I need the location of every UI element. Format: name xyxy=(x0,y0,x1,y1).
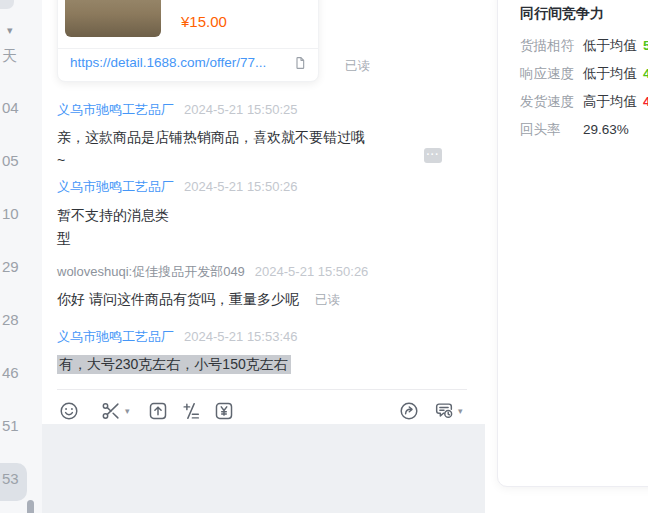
read-receipt: 已读 xyxy=(345,58,370,75)
message-time: 2024-5-21 15:50:26 xyxy=(184,179,297,194)
sidebar-item-time[interactable]: 04 xyxy=(2,100,19,115)
metric-row: 发货速度高于均值4.1 xyxy=(520,93,648,111)
metric-value: 5.3 xyxy=(643,38,648,53)
metric-value: 4.1 xyxy=(643,66,648,81)
chat-message: 义乌市驰鸣工艺品厂2024-5-21 15:53:46 有，大号230克左右，小… xyxy=(57,328,297,376)
chevron-down-icon[interactable]: ▾ xyxy=(7,24,13,37)
quote-icon[interactable] xyxy=(180,400,202,422)
message-text-inner: 你好 请问这件商品有货吗，重量多少呢 xyxy=(57,291,299,307)
chat-message: woloveshuqi:促佳搜品开发部0492024-5-21 15:50:26… xyxy=(57,263,368,312)
metric-label: 回头率 xyxy=(520,121,583,139)
sidebar-item-time[interactable]: 29 xyxy=(2,259,19,274)
payment-icon[interactable] xyxy=(213,400,235,422)
message-time: 2024-5-21 15:50:25 xyxy=(184,102,297,117)
sidebar-item-time[interactable]: 10 xyxy=(2,206,19,221)
chat-history-icon[interactable] xyxy=(433,400,455,422)
sender-name[interactable]: woloveshuqi:促佳搜品开发部049 xyxy=(57,264,245,279)
panel-title: 同行间竞争力 xyxy=(520,5,604,23)
chevron-down-icon[interactable]: ▾ xyxy=(458,406,463,416)
read-receipt: 已读 xyxy=(315,293,340,307)
sender-name[interactable]: 义乌市驰鸣工艺品厂 xyxy=(57,102,174,117)
metric-status: 低于均值 xyxy=(583,38,637,53)
forward-icon[interactable] xyxy=(398,400,420,422)
sidebar-selected-item-partial xyxy=(0,0,14,9)
timeline-sidebar: ▾ 天 04 05 10 29 28 46 51 53 xyxy=(0,0,42,513)
product-price: ¥15.00 xyxy=(181,13,227,30)
chat-message: 义乌市驰鸣工艺品厂2024-5-21 15:50:25 亲，这款商品是店铺热销商… xyxy=(57,101,365,172)
chevron-down-icon[interactable]: ▾ xyxy=(125,406,130,416)
sidebar-item-time[interactable]: 天 xyxy=(2,48,17,63)
screenshot-scissors-icon[interactable] xyxy=(100,400,122,422)
product-photo[interactable] xyxy=(65,0,161,37)
product-link[interactable]: https://detail.1688.com/offer/77... xyxy=(70,55,285,70)
chat-message: 义乌市驰鸣工艺品厂2024-5-21 15:50:26 暂不支持的消息类 型 xyxy=(57,178,297,250)
metric-row: 回头率29.63% xyxy=(520,121,629,139)
app-window: { "sidebar": { "filter_caret": "▾", "ite… xyxy=(0,0,648,513)
sidebar-item-time[interactable]: 05 xyxy=(2,153,19,168)
card-divider xyxy=(58,48,318,49)
emoji-icon[interactable] xyxy=(58,400,80,422)
message-input-area[interactable] xyxy=(42,424,485,513)
sidebar-item-time-selected[interactable]: 53 xyxy=(2,471,19,486)
sidebar-item-time[interactable]: 51 xyxy=(2,418,19,433)
metric-label: 货描相符 xyxy=(520,37,583,55)
copy-link-icon[interactable] xyxy=(292,55,308,71)
metric-label: 响应速度 xyxy=(520,65,583,83)
metric-label: 发货速度 xyxy=(520,93,583,111)
metric-value: 4.1 xyxy=(643,94,648,109)
metric-row: 货描相符低于均值5.3 xyxy=(520,37,648,55)
message-time: 2024-5-21 15:50:26 xyxy=(255,264,368,279)
selected-message-text: 有，大号230克左右，小号150克左右 xyxy=(57,355,291,374)
sender-name[interactable]: 义乌市驰鸣工艺品厂 xyxy=(57,329,174,344)
message-text: 亲，这款商品是店铺热销商品，喜欢就不要错过哦 ~ xyxy=(57,126,365,172)
sidebar-item-time[interactable]: 46 xyxy=(2,365,19,380)
competitiveness-panel: 同行间竞争力 货描相符低于均值5.3 响应速度低于均值4.1 发货速度高于均值4… xyxy=(497,0,648,487)
message-more-button[interactable]: ··· xyxy=(424,148,442,163)
metric-status: 低于均值 xyxy=(583,66,637,81)
metric-status: 29.63% xyxy=(583,122,629,137)
sender-name[interactable]: 义乌市驰鸣工艺品厂 xyxy=(57,179,174,194)
product-link-card[interactable]: ¥15.00 https://detail.1688.com/offer/77.… xyxy=(57,0,319,82)
message-text: 你好 请问这件商品有货吗，重量多少呢已读 xyxy=(57,288,368,312)
chat-message-area: ¥15.00 https://detail.1688.com/offer/77.… xyxy=(42,0,485,513)
toolbar-divider xyxy=(57,389,467,390)
sidebar-scrollbar-thumb[interactable] xyxy=(27,500,34,513)
message-time: 2024-5-21 15:53:46 xyxy=(184,329,297,344)
image-upload-icon[interactable] xyxy=(147,400,169,422)
message-text: 暂不支持的消息类 型 xyxy=(57,204,297,250)
metric-row: 响应速度低于均值4.1 xyxy=(520,65,648,83)
metric-status: 高于均值 xyxy=(583,94,637,109)
sidebar-item-time[interactable]: 28 xyxy=(2,312,19,327)
